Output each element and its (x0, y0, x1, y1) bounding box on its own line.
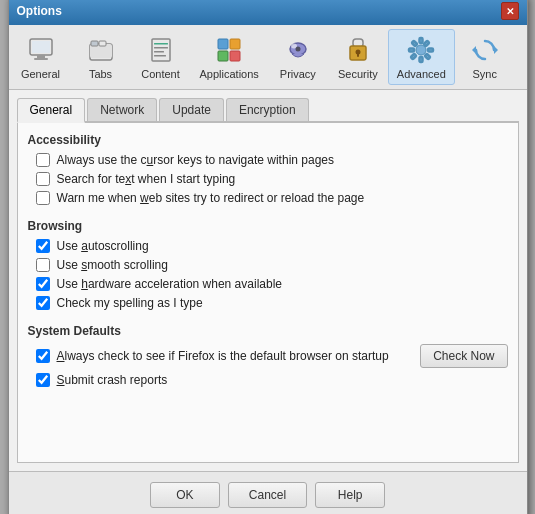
content-icon (145, 34, 177, 66)
default-browser-checkbox[interactable] (36, 349, 50, 363)
svg-rect-8 (152, 39, 170, 61)
svg-rect-12 (154, 55, 166, 57)
section-browsing: Browsing Use autoscrolling Use smooth sc… (28, 219, 508, 310)
svg-rect-31 (424, 41, 430, 47)
cursor-keys-label: Always use the cursor keys to navigate w… (57, 153, 335, 167)
privacy-icon (282, 34, 314, 66)
options-window: Options ✕ General (8, 0, 528, 514)
autoscroll-label: Use autoscrolling (57, 239, 149, 253)
checkbox-row-search-text: Search for text when I start typing (28, 172, 508, 186)
section-accessibility: Accessibility Always use the cursor keys… (28, 133, 508, 205)
toolbar: General Tabs (9, 25, 527, 90)
svg-marker-33 (494, 46, 498, 54)
toolbar-tabs[interactable]: Tabs (71, 29, 131, 85)
toolbar-tabs-label: Tabs (89, 68, 112, 80)
svg-rect-25 (420, 38, 423, 43)
checkbox-row-cursor-keys: Always use the cursor keys to navigate w… (28, 153, 508, 167)
tab-general[interactable]: General (17, 98, 86, 123)
smooth-scroll-label: Use smooth scrolling (57, 258, 168, 272)
hardware-accel-label: Use hardware acceleration when available (57, 277, 283, 291)
footer: OK Cancel Help (9, 471, 527, 514)
checkbox-row-hardware-accel: Use hardware acceleration when available (28, 277, 508, 291)
toolbar-advanced-label: Advanced (397, 68, 446, 80)
svg-rect-23 (357, 53, 359, 57)
check-now-button[interactable]: Check Now (420, 344, 507, 368)
spell-check-checkbox[interactable] (36, 296, 50, 310)
toolbar-general[interactable]: General (11, 29, 71, 85)
smooth-scroll-checkbox[interactable] (36, 258, 50, 272)
default-browser-label: Always check to see if Firefox is the de… (57, 349, 413, 363)
svg-rect-28 (428, 49, 433, 52)
content-area: General Network Update Encryption Access… (9, 90, 527, 471)
sync-icon (469, 34, 501, 66)
ok-button[interactable]: OK (150, 482, 220, 508)
spell-check-label: Check my spelling as I type (57, 296, 203, 310)
search-text-checkbox[interactable] (36, 172, 50, 186)
tab-update[interactable]: Update (159, 98, 224, 121)
warn-redirect-checkbox[interactable] (36, 191, 50, 205)
hardware-accel-checkbox[interactable] (36, 277, 50, 291)
system-defaults-row-browser: Always check to see if Firefox is the de… (28, 344, 508, 368)
security-icon (342, 34, 374, 66)
crash-reports-label: Submit crash reports (57, 373, 168, 387)
svg-rect-14 (230, 39, 240, 49)
system-defaults-title: System Defaults (28, 324, 508, 338)
svg-rect-7 (99, 41, 106, 46)
autoscroll-checkbox[interactable] (36, 239, 50, 253)
svg-rect-10 (154, 47, 168, 49)
tabs-icon (85, 34, 117, 66)
toolbar-security-label: Security (338, 68, 378, 80)
checkbox-row-warn-redirect: Warn me when web sites try to redirect o… (28, 191, 508, 205)
svg-rect-2 (37, 55, 45, 58)
close-button[interactable]: ✕ (501, 2, 519, 20)
subtabs-bar: General Network Update Encryption (17, 98, 519, 123)
titlebar: Options ✕ (9, 0, 527, 25)
svg-rect-11 (154, 51, 164, 53)
toolbar-security[interactable]: Security (328, 29, 388, 85)
toolbar-applications[interactable]: Applications (191, 29, 268, 85)
tab-network[interactable]: Network (87, 98, 157, 121)
applications-icon (213, 34, 245, 66)
checkbox-row-crash-reports: Submit crash reports (28, 373, 508, 387)
toolbar-privacy[interactable]: Privacy (268, 29, 328, 85)
checkbox-row-autoscroll: Use autoscrolling (28, 239, 508, 253)
checkbox-row-smooth-scroll: Use smooth scrolling (28, 258, 508, 272)
accessibility-title: Accessibility (28, 133, 508, 147)
panel: Accessibility Always use the cursor keys… (17, 123, 519, 463)
crash-reports-checkbox[interactable] (36, 373, 50, 387)
toolbar-advanced[interactable]: Advanced (388, 29, 455, 85)
checkbox-row-spell-check: Check my spelling as I type (28, 296, 508, 310)
toolbar-general-label: General (21, 68, 60, 80)
svg-rect-29 (412, 41, 418, 47)
section-system-defaults: System Defaults Always check to see if F… (28, 324, 508, 387)
svg-rect-9 (154, 43, 168, 45)
advanced-icon (405, 34, 437, 66)
toolbar-content-label: Content (141, 68, 180, 80)
help-button[interactable]: Help (315, 482, 385, 508)
cursor-keys-checkbox[interactable] (36, 153, 50, 167)
svg-rect-27 (409, 49, 414, 52)
svg-rect-32 (411, 54, 417, 60)
search-text-label: Search for text when I start typing (57, 172, 236, 186)
toolbar-sync[interactable]: Sync (455, 29, 515, 85)
toolbar-privacy-label: Privacy (280, 68, 316, 80)
toolbar-applications-label: Applications (200, 68, 259, 80)
svg-rect-16 (230, 51, 240, 61)
svg-rect-30 (425, 54, 431, 60)
toolbar-sync-label: Sync (473, 68, 497, 80)
window-title: Options (17, 4, 62, 18)
svg-rect-1 (32, 41, 50, 53)
warn-redirect-label: Warn me when web sites try to redirect o… (57, 191, 365, 205)
browsing-title: Browsing (28, 219, 508, 233)
svg-rect-15 (218, 51, 228, 61)
cancel-button[interactable]: Cancel (228, 482, 307, 508)
svg-rect-6 (91, 41, 98, 46)
svg-rect-13 (218, 39, 228, 49)
toolbar-content[interactable]: Content (131, 29, 191, 85)
svg-rect-3 (34, 58, 48, 60)
svg-rect-26 (420, 57, 423, 62)
tab-encryption[interactable]: Encryption (226, 98, 309, 121)
general-icon (25, 34, 57, 66)
svg-point-19 (295, 47, 300, 52)
svg-marker-34 (472, 46, 476, 54)
